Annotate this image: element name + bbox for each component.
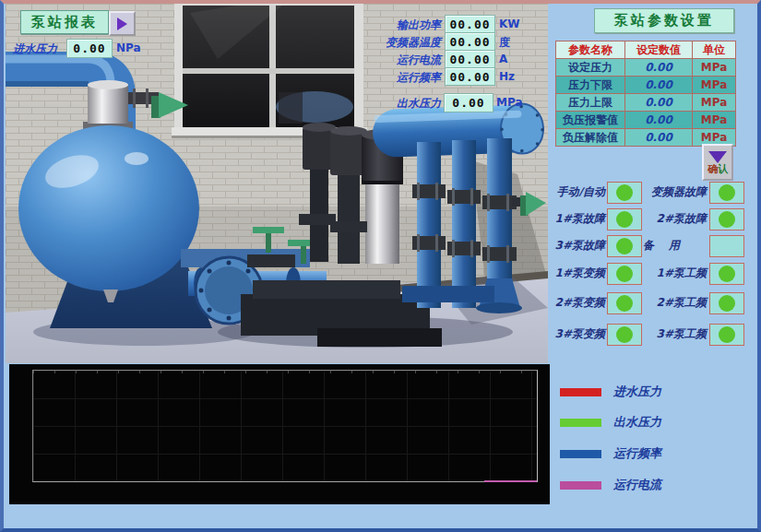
status-label-pump2-vfd: 2#泵变频 [526,295,605,311]
status-label-pump3-vfd: 3#泵变频 [526,326,605,342]
confirm-button[interactable]: 确认 [702,144,733,181]
output-power-unit: KW [499,18,520,30]
run-current-display: 00.00 [445,50,495,68]
status-label-pump1-vfd: 1#泵变频 [526,266,605,281]
status-lamp-spare [709,235,744,257]
status-label-manual-auto: 手动/自动 [526,184,605,200]
param-unit: MPa [693,94,736,112]
vfd-temperature-display: 00.00 [445,32,495,51]
trend-plot-area [32,370,538,482]
trend-axis-ticks [33,371,537,373]
run-frequency-label: 运行频率 [362,70,441,86]
legend-swatch-inlet-pressure [560,388,601,396]
trend-chart [9,364,550,504]
settings-row-pressure-high-limit: 压力上限 0.00 MPa [556,94,736,112]
status-lamp-pump1-mains [709,263,744,285]
lamp-on-dot [719,211,735,228]
status-label-pump1-fault: 1#泵故障 [526,211,605,227]
param-value-field[interactable]: 0.00 [625,59,693,77]
output-power-label: 输出功率 [362,18,441,33]
run-current-unit: A [499,53,507,65]
status-lamp-pump2-fault [709,208,744,231]
param-value-field[interactable]: 0.00 [625,112,693,129]
legend-label-run-frequency: 运行频率 [613,445,661,462]
outlet-pressure-unit: MPa [496,96,523,109]
lamp-on-dot [719,295,735,312]
run-current-label: 运行电流 [362,53,441,68]
status-lamp-pump3-mains [709,324,744,346]
trend-current-flatline [484,480,537,482]
settings-panel-title: 泵站参数设置 [594,8,734,33]
settings-row-pressure-low-limit: 压力下限 0.00 MPa [556,77,736,94]
lamp-on-dot [719,184,735,201]
status-lamp-vfd-fault [709,182,744,204]
legend-swatch-run-current [560,481,601,490]
param-unit: MPa [693,112,736,129]
inlet-pressure-label: 进水压力 [13,41,57,57]
param-unit: MPa [693,77,736,94]
vfd-temperature-label: 变频器温度 [362,35,441,51]
pump-station-hmi-screen: 泵站报表 进水压力 0.00 NPa 输出功率 00.00 KW 变频器温度 0… [0,0,761,532]
run-frequency-display: 00.00 [445,67,495,86]
legend-label-outlet-pressure: 出水压力 [613,414,661,431]
status-label-vfd-fault: 变频器故障 [627,184,707,200]
legend-swatch-run-frequency [560,450,601,458]
status-label-pump3-mains: 3#泵工频 [627,326,707,342]
lamp-on-dot [719,326,735,343]
param-unit: MPa [693,59,736,77]
outlet-pressure-display: 0.00 [444,93,493,112]
outlet-pressure-label: 出水压力 [362,96,441,112]
legend-label-inlet-pressure: 进水压力 [613,384,661,400]
settings-table: 参数名称 设定数值 单位 设定压力 0.00 MPa 压力下限 0.00 MPa… [555,41,736,147]
play-icon [117,18,127,30]
vfd-temperature-unit: 度 [499,35,510,51]
report-nav-button[interactable] [109,11,136,36]
status-lamp-pump2-mains [709,292,744,314]
run-frequency-unit: Hz [499,70,515,83]
inlet-pressure-display: 0.00 [66,39,113,58]
settings-header-name: 参数名称 [556,41,625,59]
report-button[interactable]: 泵站报表 [20,10,109,34]
status-label-pump2-mains: 2#泵工频 [627,295,707,311]
status-label-spare: 备 用 [627,238,701,254]
status-label-pump3-fault: 3#泵故障 [526,238,605,254]
param-name: 负压报警值 [556,112,625,129]
param-value-field[interactable]: 0.00 [625,77,693,94]
status-label-pump1-mains: 1#泵工频 [627,266,707,281]
param-value-field[interactable]: 0.00 [625,129,693,147]
confirm-button-label: 确认 [707,164,728,174]
param-value-field[interactable]: 0.00 [625,94,693,112]
param-name: 负压解除值 [556,129,625,147]
settings-row-set-pressure: 设定压力 0.00 MPa [556,59,736,77]
status-label-pump2-fault: 2#泵故障 [627,211,707,227]
settings-header-unit: 单位 [693,41,736,59]
settings-header-value: 设定数值 [625,41,693,59]
settings-header-row: 参数名称 设定数值 单位 [556,41,736,59]
inlet-pressure-unit: NPa [116,41,141,54]
param-name: 设定压力 [556,59,625,77]
settings-row-negative-pressure-alarm: 负压报警值 0.00 MPa [556,112,736,129]
output-power-display: 00.00 [445,15,495,33]
param-name: 压力下限 [556,77,625,94]
lamp-on-dot [719,266,735,282]
legend-label-run-current: 运行电流 [613,477,661,493]
param-name: 压力上限 [556,94,625,112]
legend-swatch-outlet-pressure [560,419,601,427]
confirm-arrow-icon [708,151,727,163]
